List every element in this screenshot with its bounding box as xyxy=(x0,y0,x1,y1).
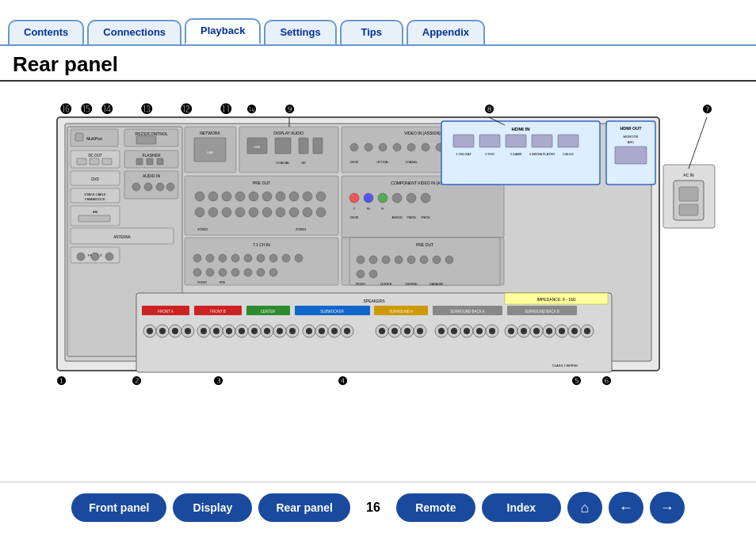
svg-point-74 xyxy=(316,207,326,217)
svg-text:COAXIAL: COAXIAL xyxy=(276,161,290,165)
svg-text:⓮: ⓮ xyxy=(101,103,113,116)
tab-playback[interactable]: Playback xyxy=(185,18,261,44)
tab-contents[interactable]: Contents xyxy=(8,20,84,44)
svg-text:❾: ❾ xyxy=(284,103,295,116)
svg-point-243 xyxy=(508,328,514,334)
svg-point-91 xyxy=(231,268,239,276)
svg-point-67 xyxy=(222,207,231,217)
svg-point-255 xyxy=(584,328,590,334)
svg-text:❺: ❺ xyxy=(571,375,582,387)
svg-point-70 xyxy=(262,207,272,217)
svg-point-92 xyxy=(244,268,252,276)
svg-point-195 xyxy=(159,328,166,334)
svg-point-241 xyxy=(489,328,495,334)
svg-rect-8 xyxy=(136,136,156,144)
svg-point-209 xyxy=(251,328,258,334)
svg-point-144 xyxy=(407,256,415,264)
rear-panel-button[interactable]: Rear panel xyxy=(258,493,350,522)
svg-text:⓯: ⓯ xyxy=(81,103,93,116)
svg-point-65 xyxy=(195,207,204,217)
svg-point-219 xyxy=(319,328,325,334)
tab-connections[interactable]: Connections xyxy=(87,20,181,44)
svg-rect-32 xyxy=(78,215,110,222)
svg-text:OPTICAL: OPTICAL xyxy=(377,161,389,164)
svg-text:❼: ❼ xyxy=(702,103,712,116)
svg-rect-50 xyxy=(313,138,323,154)
svg-point-140 xyxy=(357,256,365,264)
index-button[interactable]: Index xyxy=(482,493,561,522)
svg-point-130 xyxy=(379,143,387,151)
svg-point-68 xyxy=(235,207,245,217)
back-button[interactable]: ← xyxy=(609,492,643,523)
svg-rect-160 xyxy=(558,135,578,147)
svg-point-142 xyxy=(382,256,390,264)
svg-point-147 xyxy=(445,256,453,264)
svg-text:CENTER: CENTER xyxy=(380,283,392,286)
svg-text:FM/AM/DOCK: FM/AM/DOCK xyxy=(85,197,105,201)
svg-point-146 xyxy=(433,256,441,264)
svg-point-61 xyxy=(276,192,285,201)
svg-point-94 xyxy=(269,268,277,276)
svg-point-104 xyxy=(421,193,430,203)
svg-text:RS232/CONTROL: RS232/CONTROL xyxy=(135,131,167,136)
svg-text:MONITOR: MONITOR xyxy=(624,135,639,139)
svg-text:CENTER: CENTER xyxy=(261,310,276,314)
svg-text:SD: SD xyxy=(301,161,306,165)
tab-tips[interactable]: Tips xyxy=(340,20,403,44)
display-button[interactable]: Display xyxy=(173,493,252,522)
tab-appendix[interactable]: Appendix xyxy=(407,20,485,44)
svg-text:❿: ❿ xyxy=(246,103,257,116)
tab-settings[interactable]: Settings xyxy=(264,20,336,44)
panel-diagram: MultiPort RS232/CONTROL FLASHER DC OUT A… xyxy=(13,89,743,422)
svg-text:LAN: LAN xyxy=(207,150,213,154)
svg-point-237 xyxy=(464,328,470,334)
svg-text:FRONT: FRONT xyxy=(356,283,366,286)
svg-line-275 xyxy=(689,117,707,169)
bottom-navigation: Front panel Display Rear panel 16 Remote… xyxy=(0,482,756,533)
svg-point-201 xyxy=(200,328,207,334)
svg-point-38 xyxy=(91,253,99,261)
svg-point-101 xyxy=(378,193,388,203)
svg-rect-159 xyxy=(532,135,552,147)
svg-point-64 xyxy=(316,192,326,201)
svg-point-103 xyxy=(407,193,416,203)
svg-point-199 xyxy=(185,328,191,334)
svg-point-24 xyxy=(166,183,174,191)
svg-text:SUBWOOFER: SUBWOOFER xyxy=(320,310,344,314)
svg-text:ASSIGN: ASSIGN xyxy=(391,216,403,219)
svg-point-82 xyxy=(231,254,239,262)
svg-point-73 xyxy=(303,207,312,217)
home-button[interactable]: ⌂ xyxy=(567,492,602,523)
front-panel-button[interactable]: Front panel xyxy=(71,493,166,522)
svg-text:P.MON: P.MON xyxy=(407,216,415,219)
svg-text:SURRND: SURRND xyxy=(406,283,418,286)
svg-point-85 xyxy=(269,254,277,262)
svg-rect-49 xyxy=(299,138,308,154)
svg-point-225 xyxy=(379,328,385,334)
forward-icon: → xyxy=(660,500,674,516)
svg-text:P.MON: P.MON xyxy=(421,216,430,219)
svg-text:SPEAKERS: SPEAKERS xyxy=(364,299,386,303)
rear-panel-svg: MultiPort RS232/CONTROL FLASHER DC OUT A… xyxy=(13,101,743,410)
forward-button[interactable]: → xyxy=(650,492,685,523)
svg-rect-48 xyxy=(275,138,291,154)
svg-point-148 xyxy=(357,270,365,278)
page-title: Rear panel xyxy=(13,52,743,77)
svg-point-227 xyxy=(391,328,398,334)
svg-point-84 xyxy=(257,254,265,262)
svg-text:5 AUX2: 5 AUX2 xyxy=(563,152,574,156)
svg-point-62 xyxy=(289,192,299,201)
svg-point-247 xyxy=(533,328,540,334)
svg-text:ANTENNA: ANTENNA xyxy=(113,235,131,239)
svg-point-99 xyxy=(349,193,359,203)
svg-text:CLASS 2 WIRING: CLASS 2 WIRING xyxy=(552,364,578,367)
remote-button[interactable]: Remote xyxy=(396,493,475,522)
svg-point-131 xyxy=(393,143,401,151)
svg-point-207 xyxy=(239,328,245,334)
svg-point-55 xyxy=(195,192,204,201)
svg-text:1 CBL/SAT: 1 CBL/SAT xyxy=(456,152,472,156)
svg-point-83 xyxy=(244,254,252,262)
svg-point-215 xyxy=(289,328,296,334)
svg-rect-174 xyxy=(679,187,698,201)
svg-text:AM: AM xyxy=(93,210,97,214)
